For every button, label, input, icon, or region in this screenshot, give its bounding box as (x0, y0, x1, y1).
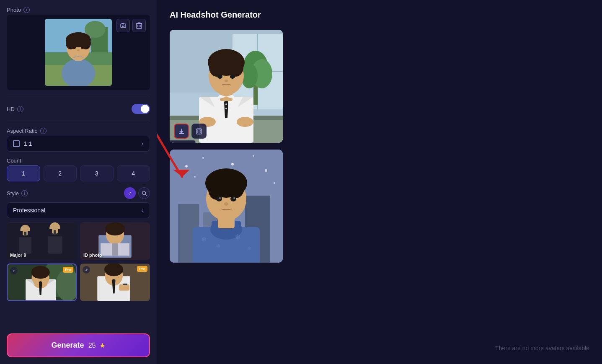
svg-rect-31 (19, 231, 23, 237)
svg-point-78 (225, 108, 227, 109)
hd-label: HD (7, 106, 15, 112)
sidebar: Photo i (0, 0, 157, 364)
svg-point-85 (228, 58, 243, 77)
svg-rect-32 (28, 231, 31, 237)
style-search-button[interactable] (138, 187, 150, 199)
svg-point-58 (104, 263, 123, 276)
svg-point-86 (217, 75, 222, 79)
delete-photo-button[interactable] (132, 19, 146, 32)
generated-images-list: Download (170, 30, 295, 263)
camera-icon (120, 22, 127, 29)
photo-label: Photo (7, 7, 21, 13)
svg-text:❄: ❄ (216, 243, 221, 249)
aspect-ratio-value: 1:1 (24, 140, 32, 147)
trash-icon (136, 22, 142, 29)
style-card-3[interactable]: ♂ Pro (7, 263, 77, 301)
generated-image-2: ❄ ❄ ❄ ❄ (170, 150, 283, 263)
svg-point-12 (81, 46, 84, 49)
svg-rect-15 (121, 24, 126, 28)
photo-preview-image (45, 19, 112, 86)
download-image-1-button[interactable]: Download (174, 124, 189, 139)
style-grid: Major 9 ID photo ♂ Pro (7, 222, 150, 301)
svg-point-124 (219, 197, 221, 199)
generate-label: Generate (52, 341, 84, 350)
generate-button[interactable]: Generate 25 ★ (7, 333, 150, 357)
aspect-ratio-info-icon[interactable]: i (40, 128, 47, 134)
count-row: 1 2 3 4 (7, 165, 150, 181)
style-card-4-male-icon: ♂ (83, 266, 90, 274)
svg-point-87 (230, 75, 235, 79)
style-card-major9[interactable]: Major 9 (7, 222, 77, 260)
style-card-3-badge: Pro (63, 267, 73, 273)
style-card-idphoto[interactable]: ID photo (80, 222, 150, 260)
idphoto-label: ID photo (83, 253, 102, 258)
aspect-ratio-section: Aspect Ratio i 1:1 › (7, 128, 150, 152)
generate-star-icon: ★ (100, 342, 105, 349)
svg-point-109 (274, 182, 275, 184)
svg-point-126 (224, 202, 228, 206)
aspect-square-icon (13, 140, 20, 147)
style-info-icon[interactable]: i (21, 190, 28, 196)
photo-preview (45, 19, 112, 86)
svg-point-125 (233, 197, 235, 199)
retake-photo-button[interactable] (116, 19, 130, 32)
generated-image-1: Download (170, 30, 283, 143)
hd-section: HD i (7, 104, 150, 114)
svg-line-25 (145, 194, 147, 196)
style-label: Style (7, 190, 19, 196)
count-section: Count 1 2 3 4 (7, 157, 150, 181)
svg-point-120 (208, 179, 225, 200)
svg-text:❄: ❄ (235, 233, 241, 241)
generate-count: 25 (88, 342, 96, 349)
svg-rect-37 (48, 229, 52, 237)
page-title: AI Headshot Generator (170, 10, 589, 20)
svg-rect-35 (54, 230, 56, 235)
count-label: Count (7, 157, 21, 164)
photo-upload-area[interactable] (7, 15, 150, 90)
svg-text:❄: ❄ (201, 236, 207, 243)
generated-image-1-preview: Download (170, 30, 283, 143)
count-4-button[interactable]: 4 (117, 165, 150, 181)
aspect-ratio-selector[interactable]: 1:1 › (7, 136, 150, 152)
svg-text:❄: ❄ (247, 245, 251, 251)
style-card-4[interactable]: ♂ Pro (80, 263, 150, 301)
svg-rect-61 (123, 284, 127, 285)
delete-image-1-button[interactable] (191, 124, 207, 139)
style-value: Professional (13, 207, 45, 214)
uploaded-photo-svg (45, 19, 112, 86)
count-3-button[interactable]: 3 (80, 165, 114, 181)
photo-actions (116, 19, 146, 32)
download-icon (178, 128, 185, 134)
male-filter-button[interactable]: ♂ (124, 187, 136, 199)
svg-point-121 (227, 178, 244, 198)
svg-point-84 (209, 58, 224, 77)
aspect-ratio-label: Aspect Ratio (7, 128, 38, 134)
svg-point-123 (230, 196, 236, 201)
svg-point-108 (194, 176, 196, 178)
svg-point-11 (72, 46, 76, 49)
search-icon (142, 191, 147, 196)
svg-rect-38 (58, 229, 62, 237)
photo-info-icon[interactable]: i (23, 7, 30, 13)
style-dropdown[interactable]: Professional › (7, 202, 150, 218)
svg-point-105 (231, 163, 234, 165)
count-2-button[interactable]: 2 (44, 165, 77, 181)
svg-rect-60 (119, 284, 129, 291)
svg-rect-98 (198, 128, 200, 129)
hd-toggle[interactable] (132, 104, 150, 114)
svg-rect-29 (24, 232, 26, 236)
male-icon: ♂ (128, 190, 132, 196)
svg-point-13 (77, 49, 80, 51)
svg-point-16 (122, 25, 124, 27)
svg-point-88 (225, 80, 228, 82)
style-section: Style i ♂ Professional › (7, 187, 150, 301)
style-chevron: › (142, 207, 144, 214)
main-content: AI Headshot Generator (157, 0, 602, 364)
aspect-ratio-chevron: › (142, 140, 144, 147)
divider-2 (7, 121, 150, 121)
count-1-button[interactable]: 1 (7, 165, 40, 181)
trash-icon-img1 (196, 128, 202, 134)
svg-rect-23 (138, 23, 140, 23)
hd-info-icon[interactable]: i (17, 106, 23, 112)
photo-section: Photo i (7, 7, 150, 90)
